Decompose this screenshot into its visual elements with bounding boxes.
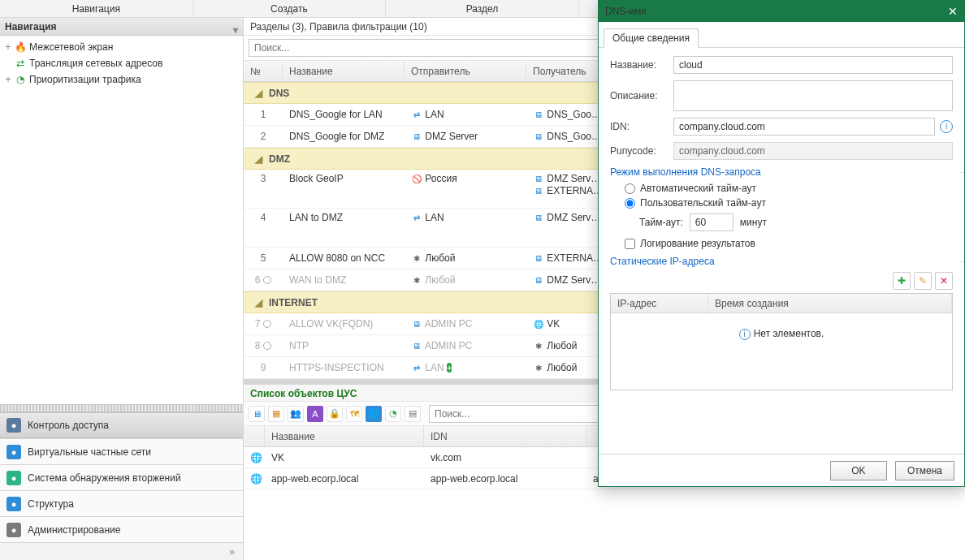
menu-nav[interactable]: Навигация (0, 0, 193, 17)
col-name[interactable]: Название (283, 61, 405, 81)
host-icon (533, 174, 544, 185)
host-icon (411, 318, 422, 330)
section-static-ip[interactable]: Статические IP-адреса (610, 256, 953, 267)
obj-col-name[interactable]: Название (265, 426, 424, 446)
nav-vpn[interactable]: ●Виртуальные частные сети (0, 438, 243, 464)
menu-create[interactable]: Создать (193, 0, 387, 17)
star-icon (533, 362, 544, 373)
nav-ids[interactable]: ●Система обнаружения вторжений (0, 464, 243, 490)
nav-adm[interactable]: ●Администрирование (0, 516, 243, 542)
str-icon: ● (6, 497, 21, 511)
info-icon[interactable]: i (940, 120, 953, 133)
collapse-icon[interactable]: ▾ (233, 21, 238, 39)
label-name: Название: (610, 59, 673, 71)
splitter-grip[interactable] (0, 404, 243, 412)
nav-label: Структура (28, 498, 74, 510)
tb-dns-icon[interactable]: 🌐 (366, 406, 382, 422)
ok-button[interactable]: OK (830, 461, 887, 480)
obj-col-idn[interactable]: IDN (424, 426, 586, 446)
tree-label: Межсетевой экран (28, 41, 113, 53)
ip-col-addr[interactable]: IP-адрес (611, 294, 708, 312)
cell-sender: LAN (405, 212, 526, 224)
ip-grid-empty: iНет элементов. (611, 313, 952, 340)
tree-label: Трансляция сетевых адресов (28, 58, 162, 69)
cell-num: 5 (244, 252, 283, 264)
description-field[interactable] (673, 80, 953, 111)
host-icon (411, 340, 422, 351)
tree-item[interactable]: ⇄Трансляция сетевых адресов (0, 55, 243, 71)
cell-num: 6 (244, 274, 283, 286)
cell-num: 7 (244, 318, 283, 330)
star-icon (411, 274, 422, 286)
host-icon (533, 213, 544, 224)
cell-name: DNS_Google for DMZ (283, 131, 405, 142)
menu-section[interactable]: Раздел (386, 0, 579, 17)
cell-sender: LAN + (405, 362, 526, 374)
tb-host-icon[interactable]: 🖥 (249, 406, 265, 422)
cancel-button[interactable]: Отмена (895, 461, 954, 480)
dialog-titlebar[interactable]: DNS-имя ✕ (599, 1, 964, 22)
chk-log-results[interactable]: Логирование результатов (625, 238, 953, 249)
nat-icon: ⇄ (13, 58, 28, 69)
col-num[interactable]: № (244, 61, 283, 81)
ip-col-time[interactable]: Время создания (708, 294, 952, 312)
tb-list-icon[interactable]: ▤ (405, 406, 421, 422)
cell-name: DNS_Google for LAN (283, 109, 405, 120)
left-footer-expand[interactable]: » (0, 542, 243, 560)
tb-time-icon[interactable]: ◔ (385, 406, 401, 422)
ip-add-button[interactable]: ✚ (893, 272, 911, 290)
tb-app-icon[interactable]: A (307, 406, 323, 422)
host-icon (533, 131, 544, 142)
nav-label: Администрирование (28, 524, 120, 536)
tree-item[interactable]: +🔥Межсетевой экран (0, 39, 243, 55)
cell-num: 1 (244, 109, 283, 120)
nav-label: Система обнаружения вторжений (28, 472, 181, 484)
globe-icon (250, 473, 262, 485)
expand-icon[interactable]: + (3, 74, 13, 85)
host-icon (411, 131, 422, 142)
cell-sender: ADMIN PC (405, 340, 526, 352)
label-desc: Описание: (610, 90, 673, 101)
close-icon[interactable]: ✕ (948, 5, 958, 18)
tree-item[interactable]: +◔Приоритизации трафика (0, 71, 243, 88)
idn-field[interactable] (673, 118, 935, 136)
ip-grid: IP-адрес Время создания iНет элементов. (610, 293, 953, 390)
lan-icon (411, 109, 422, 120)
dialog-title: DNS-имя (605, 6, 647, 17)
punycode-field (673, 142, 953, 160)
ip-edit-button[interactable]: ✎ (914, 272, 932, 290)
cell-num: 2 (244, 131, 283, 142)
col-sender[interactable]: Отправитель (405, 61, 526, 81)
ip-delete-button[interactable]: ✕ (935, 272, 953, 290)
tb-lock-icon[interactable]: 🔒 (327, 406, 343, 422)
dns-name-dialog: DNS-имя ✕ Общие сведения Название: Описа… (598, 0, 965, 487)
nav-str[interactable]: ●Структура (0, 490, 243, 516)
globe-icon (533, 318, 544, 330)
host-icon (533, 252, 544, 264)
radio-user-timeout[interactable]: Пользовательский тайм-аут (625, 197, 953, 209)
radio-auto-timeout[interactable]: Автоматический тайм-аут (625, 183, 953, 194)
section-dns-mode[interactable]: Режим выполнения DNS-запроса (610, 166, 953, 178)
label-puny: Punycode: (610, 145, 673, 157)
disabled-icon (263, 276, 271, 284)
add-icon[interactable]: + (447, 363, 452, 373)
host-icon (533, 185, 544, 196)
timeout-field[interactable] (690, 213, 733, 231)
flag-icon (411, 174, 422, 185)
triangle-icon: ◢ (255, 88, 262, 99)
label-minutes: минут (740, 217, 767, 228)
nav-ac[interactable]: ●Контроль доступа (0, 412, 243, 438)
ac-icon: ● (6, 418, 21, 433)
tb-group-icon[interactable]: ▦ (268, 406, 284, 422)
tb-users-icon[interactable]: 👥 (288, 406, 304, 422)
expand-icon[interactable]: + (3, 41, 13, 53)
tab-general[interactable]: Общие сведения (604, 28, 699, 48)
triangle-icon: ◢ (255, 153, 262, 165)
label-idn: IDN: (610, 121, 673, 132)
star-icon (411, 252, 422, 264)
nav-tree: +🔥Межсетевой экран⇄Трансляция сетевых ад… (0, 36, 243, 91)
tb-map-icon[interactable]: 🗺 (346, 406, 362, 422)
name-field[interactable] (673, 56, 953, 74)
adm-icon: ● (6, 523, 21, 537)
cell-name: LAN to DMZ (283, 212, 405, 223)
